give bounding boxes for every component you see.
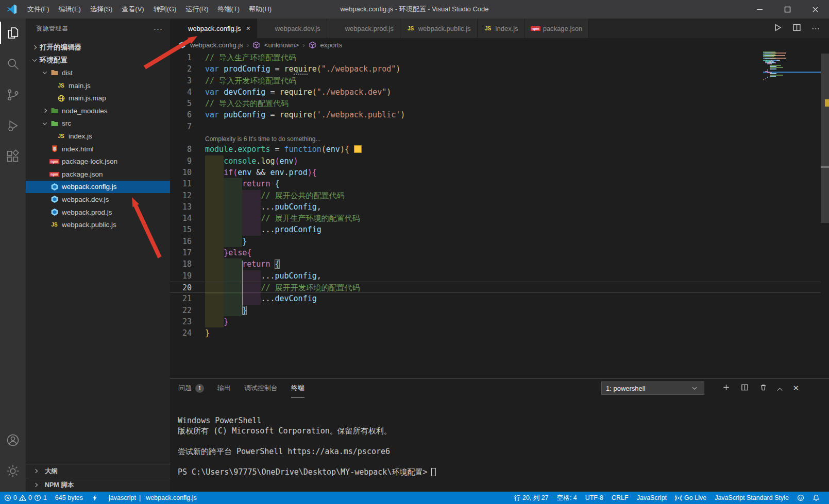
line-number[interactable]: 11 — [170, 178, 192, 189]
tree-item-src[interactable]: src — [26, 117, 170, 130]
line-number[interactable]: 13 — [170, 201, 192, 213]
line-number[interactable]: 10 — [170, 167, 192, 178]
tree-item-main-js-map[interactable]: main.js.map — [26, 92, 170, 105]
panel-tab-输出[interactable]: 输出 — [217, 379, 231, 397]
tab-webpack-dev-js[interactable]: webpack.dev.js — [257, 19, 327, 38]
status-problems[interactable]: 001 — [0, 492, 51, 504]
kill-terminal-button[interactable] — [759, 384, 767, 393]
outline-section[interactable]: 大纲 — [26, 464, 170, 478]
maximize-panel-button[interactable] — [778, 384, 782, 393]
status-file-size[interactable]: 645 bytes — [51, 492, 87, 504]
close-button[interactable] — [801, 0, 829, 19]
line-number[interactable]: 19 — [170, 270, 192, 282]
breadcrumb-unknown[interactable]: <unknown> — [252, 41, 299, 49]
close-icon[interactable]: × — [246, 24, 250, 32]
tab-index-js[interactable]: JSindex.js — [478, 19, 525, 38]
tab-webpack-prod-js[interactable]: webpack.prod.js — [327, 19, 400, 38]
line-number[interactable]: 22 — [170, 305, 192, 316]
minimize-button[interactable] — [746, 0, 773, 19]
maximize-button[interactable] — [773, 0, 801, 19]
tree-item-打开的编辑器[interactable]: 打开的编辑器 — [26, 41, 170, 54]
tab-webpack-config-js[interactable]: webpack.config.js× — [170, 19, 257, 38]
menu-转到-g[interactable]: 转到(G) — [149, 0, 181, 19]
tree-item-index-js[interactable]: JSindex.js — [26, 130, 170, 143]
tree-item-package-lock-json[interactable]: npmpackage-lock.json — [26, 155, 170, 168]
menu-编辑-e[interactable]: 编辑(E) — [54, 0, 86, 19]
tree-item-webpack-public-js[interactable]: JSwebpack.public.js — [26, 218, 170, 231]
tree-item-环境配置[interactable]: 环境配置 — [26, 54, 170, 67]
activity-account[interactable] — [0, 426, 26, 454]
line-number[interactable]: 17 — [170, 247, 192, 258]
panel-tab-终端[interactable]: 终端 — [291, 379, 304, 397]
status-language-mode[interactable]: JavaScript — [633, 492, 671, 504]
new-terminal-button[interactable] — [722, 384, 730, 393]
close-panel-button[interactable]: ✕ — [792, 384, 799, 393]
line-number[interactable]: 23 — [170, 316, 192, 327]
activity-source-control[interactable] — [0, 80, 26, 109]
line-number[interactable]: 9 — [170, 155, 192, 167]
tree-item-main-js[interactable]: JSmain.js — [26, 79, 170, 92]
activity-explorer[interactable] — [0, 19, 26, 47]
menu-运行-r[interactable]: 运行(R) — [181, 0, 213, 19]
activity-search[interactable] — [0, 49, 26, 78]
terminal[interactable]: Windows PowerShell版权所有 (C) Microsoft Cor… — [178, 415, 819, 477]
line-number[interactable]: 1 — [170, 52, 192, 63]
line-number[interactable]: 7 — [170, 121, 192, 132]
line-number[interactable]: 2 — [170, 63, 192, 75]
npm-scripts-section[interactable]: NPM 脚本 — [26, 478, 170, 492]
activity-run-debug[interactable] — [0, 111, 26, 140]
menu-文件-f[interactable]: 文件(F) — [23, 0, 54, 19]
vertical-scrollbar[interactable] — [821, 54, 829, 223]
tree-item-index-html[interactable]: 5index.html — [26, 143, 170, 155]
tree-item-webpack-dev-js[interactable]: webpack.dev.js — [26, 193, 170, 206]
status-js-standard-style[interactable]: JavaScript Standard Style — [710, 492, 793, 504]
breadcrumb-webpack-config-js[interactable]: webpack.config.js — [178, 41, 243, 49]
status-cursor-position[interactable]: 行 20, 列 27 — [510, 492, 553, 504]
panel-tab-调试控制台[interactable]: 调试控制台 — [244, 379, 278, 397]
line-number[interactable]: 16 — [170, 236, 192, 247]
line-number[interactable]: 14 — [170, 213, 192, 224]
more-button[interactable]: ⋯ — [811, 24, 820, 33]
terminal-picker[interactable]: 1: powershell — [601, 381, 704, 395]
menu-查看-v[interactable]: 查看(V) — [117, 0, 148, 19]
status-eol[interactable]: CRLF — [607, 492, 633, 504]
status-encoding[interactable]: UTF-8 — [581, 492, 607, 504]
activity-extensions[interactable] — [0, 142, 26, 170]
tree-item-dist[interactable]: dist — [26, 66, 170, 79]
line-number[interactable]: 21 — [170, 293, 192, 304]
more-actions-icon[interactable]: ··· — [154, 24, 163, 33]
line-number[interactable]: 24 — [170, 327, 192, 339]
line-number[interactable]: 5 — [170, 98, 192, 109]
menu-选择-s[interactable]: 选择(S) — [86, 0, 117, 19]
line-number[interactable]: 18 — [170, 258, 192, 270]
menu-终端-t[interactable]: 终端(T) — [213, 0, 244, 19]
line-number[interactable]: 6 — [170, 109, 192, 120]
line-number[interactable]: 12 — [170, 190, 192, 201]
tree-item-webpack-prod-js[interactable]: webpack.prod.js — [26, 206, 170, 219]
menu-帮助-h[interactable]: 帮助(H) — [244, 0, 276, 19]
split-editor-button[interactable] — [792, 23, 801, 34]
tree-item-node-modules[interactable]: node_modules — [26, 105, 170, 117]
codelens[interactable]: Complexity is 6 It's time to do somethin… — [170, 132, 821, 144]
split-terminal-button[interactable] — [741, 384, 749, 393]
status-feedback[interactable] — [793, 492, 808, 504]
panel-tab-问题[interactable]: 问题1 — [178, 379, 204, 397]
breadcrumb-exports[interactable]: exports — [309, 41, 343, 49]
status-linter-status[interactable]: javascript|webpack.config.js — [103, 492, 201, 504]
activity-settings[interactable] — [0, 457, 26, 485]
status-notifications[interactable] — [808, 492, 824, 504]
line-number[interactable]: 8 — [170, 144, 192, 155]
tab-package-json[interactable]: npmpackage.json — [525, 19, 589, 38]
line-number[interactable]: 20 — [170, 282, 192, 292]
minimap[interactable] — [763, 51, 821, 80]
line-number[interactable]: 15 — [170, 224, 192, 235]
line-number[interactable]: 4 — [170, 86, 192, 98]
tab-webpack-public-js[interactable]: JSwebpack.public.js — [400, 19, 478, 38]
status-indentation[interactable]: 空格: 4 — [553, 492, 581, 504]
run-button[interactable] — [773, 23, 782, 34]
tree-item-webpack-config-js[interactable]: webpack.config.js — [26, 181, 170, 194]
status-go-live[interactable]: Go Live — [671, 492, 710, 504]
tree-item-package-json[interactable]: npmpackage.json — [26, 168, 170, 181]
line-number[interactable]: 3 — [170, 75, 192, 86]
code-editor[interactable]: 1// 导入生产环境配置代码2var prodConfig = require(… — [170, 52, 821, 339]
